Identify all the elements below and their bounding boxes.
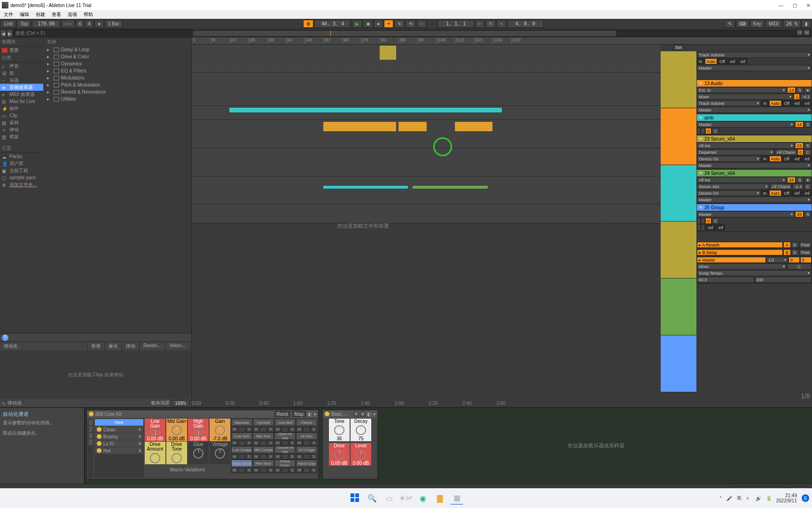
mixer-cell[interactable]: In (697, 58, 704, 64)
hotswap-icon[interactable]: ◐ (367, 412, 371, 417)
groove-strength[interactable]: 100% (172, 400, 189, 406)
pad-ms-button[interactable]: S (289, 468, 296, 473)
mixer-cell[interactable]: Disperser (697, 149, 774, 155)
time-ruler[interactable]: 0:000:200:401:001:201:402:002:202:403:00 (192, 400, 812, 407)
pad-ms-button[interactable]: M (231, 440, 238, 446)
mixer-cell[interactable]: -inf (737, 58, 747, 64)
mixer-cell[interactable]: 0 (705, 128, 711, 134)
menu-options[interactable]: 选项 (68, 11, 77, 18)
device-activator[interactable] (325, 412, 329, 416)
file-item[interactable]: ▸Dynamics (43, 60, 191, 67)
pad-ms-button[interactable]: S (311, 440, 317, 446)
file-item[interactable]: ▸Utilities (43, 95, 191, 103)
rack-save-icon[interactable]: ▾ (314, 412, 316, 417)
pad-ms-button[interactable] (260, 440, 266, 446)
macro-knob[interactable]: Vintage (210, 442, 230, 464)
battery-icon[interactable]: 🔋 (766, 496, 772, 501)
rack-hotswap-icon[interactable]: ◐ (308, 412, 312, 417)
mixer-cell[interactable] (697, 218, 701, 224)
track-header[interactable] (661, 51, 696, 108)
macro-knob[interactable]: Gain-7.0 dB (210, 419, 230, 441)
cat-clips[interactable]: ▭Clip (0, 112, 43, 119)
track-lane[interactable] (192, 120, 661, 148)
pad-ms-button[interactable]: S (246, 440, 252, 446)
drum-pad[interactable]: Hi Conga (296, 446, 317, 453)
pad-ms-button[interactable] (281, 468, 288, 473)
mixer-cell[interactable]: In (761, 156, 769, 162)
pad-ms-button[interactable] (303, 468, 310, 473)
drum-pad[interactable]: Claves (296, 419, 317, 426)
mixer-cell[interactable]: -inf (792, 190, 802, 196)
pad-ms-button[interactable] (260, 454, 266, 460)
pad-ms-button[interactable]: M (231, 454, 238, 460)
record-button[interactable]: ● (374, 20, 383, 28)
mixer-cell[interactable]: -2.4 (792, 183, 804, 190)
drum-pad[interactable]: Low Conga (231, 446, 252, 453)
pad-ms-button[interactable] (303, 440, 310, 446)
cat-packs[interactable]: ☁Packs (0, 153, 43, 160)
drum-pad[interactable]: Mid Tom (253, 432, 274, 440)
drum-pad[interactable]: Maracas (231, 419, 252, 426)
pad-ms-button[interactable]: M (253, 427, 259, 432)
follow-button[interactable]: ⊕ (303, 20, 313, 28)
start-button[interactable] (349, 492, 362, 505)
track-name[interactable]: amb (697, 114, 812, 121)
mixer-cell[interactable] (701, 218, 705, 224)
mixer-cell[interactable]: Master (697, 211, 795, 217)
mixer-cell[interactable]: Device On (697, 156, 761, 162)
mixer-cell[interactable]: -inf (727, 58, 737, 64)
mixer-cell[interactable]: Off (782, 100, 791, 106)
mixer-cell[interactable]: In (761, 100, 769, 106)
file-item[interactable]: ▸Drive & Color (43, 53, 191, 60)
cat-plugins[interactable]: ⚡插件 (0, 105, 43, 112)
mixer-cell[interactable]: All Chann (770, 183, 792, 190)
mixer-cell[interactable]: Master (697, 121, 795, 127)
file-item[interactable]: ▸Delay & Loop (43, 46, 191, 53)
cat-samples[interactable]: ▤采样 (0, 119, 43, 126)
macro-knob[interactable]: Drive Amount (145, 442, 165, 464)
mixer-cell[interactable]: Master (697, 197, 812, 203)
chain-item[interactable]: Boomy (95, 433, 143, 440)
track-header[interactable] (661, 165, 696, 222)
loop-length[interactable]: 4. 0. 0 (507, 20, 544, 28)
overdub-button[interactable]: + (384, 20, 393, 28)
history-back[interactable]: ◀ (0, 29, 7, 38)
save-icon[interactable]: ▾ (373, 412, 375, 417)
drive-knob[interactable]: Drive0.00 dB (329, 443, 350, 466)
menu-help[interactable]: 帮助 (84, 11, 93, 18)
weather-widget[interactable]: ☀24° (399, 492, 413, 505)
pad-ms-button[interactable] (303, 454, 310, 460)
link-button[interactable]: Link (1, 20, 16, 28)
track-lane[interactable] (192, 45, 661, 73)
mixer-cell[interactable]: Mixer (697, 94, 793, 100)
pad-ms-button[interactable]: M (296, 440, 303, 446)
level-knob[interactable]: Level0.00 dB (351, 443, 371, 466)
cat-userlib[interactable]: 👤用户库 (0, 160, 43, 167)
mixer-cell[interactable]: All Chann (775, 149, 797, 155)
pad-ms-button[interactable]: M (274, 468, 281, 473)
volume-icon[interactable]: 🔊 (756, 496, 761, 501)
mixer-cell[interactable]: -4.1 (800, 94, 812, 100)
track-header[interactable] (661, 222, 696, 278)
cat-m4l[interactable]: ⊞Max for Live (0, 98, 43, 105)
mixer-cell[interactable]: ● (804, 87, 812, 93)
taskbar-clock[interactable]: 21:492022/9/11 (776, 493, 797, 503)
cat-templates[interactable]: ▥模版 (0, 133, 43, 140)
punch-in[interactable]: ⌐ (475, 20, 484, 28)
history-fwd[interactable]: ▶ (7, 29, 13, 38)
cat-instruments[interactable]: ⎓乐器 (0, 77, 43, 84)
track-lane[interactable] (192, 106, 661, 120)
pad-ms-button[interactable]: M (296, 427, 303, 432)
search-input[interactable]: 搜索 (Ctrl + F) (13, 29, 191, 38)
mixer-cell[interactable]: S (796, 177, 804, 183)
drum-pad[interactable]: Bass Drum (231, 460, 252, 467)
pad-ms-button[interactable]: M (253, 468, 259, 473)
pad-ms-button[interactable] (260, 427, 266, 432)
macro-variations[interactable]: Macro Variations (145, 465, 230, 474)
cat-samplepack[interactable]: ▢sample pack (0, 174, 43, 181)
edge-icon[interactable]: ◉ (416, 492, 429, 505)
tone-knob[interactable]: Tone36 (329, 419, 350, 441)
chain-item[interactable]: Lo Fi (95, 440, 143, 447)
mixer-cell[interactable]: All Ins (697, 143, 795, 149)
pencil-button[interactable]: ✎ (725, 20, 735, 28)
